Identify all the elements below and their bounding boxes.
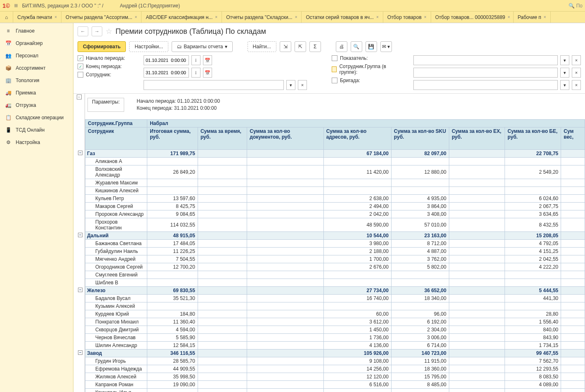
expand-icon-button[interactable]: ⇲ bbox=[280, 41, 291, 52]
table-row[interactable]: Пророков Александр9 084,652 042,003 408,… bbox=[85, 210, 585, 218]
group-row[interactable]: −Железо69 830,5527 734,0036 652,005 444,… bbox=[85, 286, 585, 294]
tab[interactable]: Отчеты раздела "Ассортим...× bbox=[61, 12, 142, 23]
group-row[interactable]: −Дальний48 915,0510 544,0023 163,0015 20… bbox=[85, 231, 585, 239]
table-row[interactable]: Кишкинов Алексей bbox=[85, 187, 585, 194]
end-period-checkbox[interactable] bbox=[78, 64, 83, 69]
close-icon[interactable]: × bbox=[376, 15, 379, 19]
table-row[interactable]: Бадалов Вусал35 521,3016 740,0018 340,00… bbox=[85, 294, 585, 302]
collapse-icon-button[interactable]: ⇱ bbox=[295, 41, 306, 52]
save-button[interactable]: 💾 bbox=[366, 41, 377, 52]
end-date-input[interactable] bbox=[144, 68, 189, 78]
table-row[interactable]: Волховский Александр26 849,2011 420,0012… bbox=[85, 165, 585, 179]
indicator-clear[interactable]: × bbox=[572, 55, 581, 65]
mail-button[interactable]: ✉ ▾ bbox=[380, 41, 392, 52]
table-row[interactable]: Капранов Роман19 090,006 516,008 485,004… bbox=[85, 380, 585, 388]
sidebar-item[interactable]: 📅Органайзер bbox=[0, 37, 73, 50]
outline-collapse-all[interactable]: − bbox=[77, 94, 82, 99]
end-date-calendar[interactable]: 📅 bbox=[203, 68, 212, 78]
variants-button[interactable]: 🗂 Варианты отчета ▾ bbox=[172, 41, 232, 52]
tab[interactable]: Отбор товаров... 00000325889× bbox=[431, 12, 514, 23]
settings-button[interactable]: Настройки... bbox=[129, 41, 168, 52]
table-row[interactable]: Ефремова Надежда44 909,5514 256,0018 360… bbox=[85, 365, 585, 373]
indicator-dropdown[interactable]: ▾ bbox=[560, 55, 569, 65]
form-button[interactable]: Сформировать bbox=[78, 41, 126, 52]
close-icon[interactable]: × bbox=[544, 15, 546, 19]
close-icon[interactable]: × bbox=[215, 15, 217, 19]
collapse-icon[interactable]: − bbox=[78, 288, 83, 292]
brigade-input[interactable] bbox=[413, 80, 558, 90]
table-row[interactable]: Огородников Сергей12 700,202 676,005 802… bbox=[85, 263, 585, 271]
tab[interactable]: ABC/DEF классификация н...× bbox=[142, 12, 222, 23]
close-icon[interactable]: × bbox=[295, 15, 297, 19]
start-date-spin[interactable]: ⁞ bbox=[191, 55, 201, 65]
start-period-checkbox[interactable] bbox=[78, 55, 83, 61]
collapse-icon[interactable]: − bbox=[78, 350, 83, 355]
table-row[interactable]: Кульев Петр13 597,602 638,004 935,006 02… bbox=[85, 194, 585, 202]
table-row[interactable]: Смуглеев Евгений bbox=[85, 271, 585, 279]
sidebar-item[interactable]: 🏢Топология bbox=[0, 74, 73, 87]
table-row[interactable]: Аликанов А bbox=[85, 157, 585, 165]
group-checkbox[interactable] bbox=[332, 66, 337, 72]
tab[interactable]: Отбор товаров× bbox=[383, 12, 431, 23]
group-row[interactable]: −Завод346 116,55105 926,00140 723,0099 4… bbox=[85, 349, 585, 357]
indicator-checkbox[interactable] bbox=[332, 55, 337, 61]
sidebar-item[interactable]: ⚙Настройка bbox=[0, 136, 73, 149]
close-icon[interactable]: × bbox=[508, 15, 510, 19]
brigade-checkbox[interactable] bbox=[332, 78, 337, 83]
table-row[interactable]: Скворцов Дмитрий4 594,001 450,002 304,00… bbox=[85, 326, 585, 333]
table-row[interactable]: Жиляков Алексей35 998,5012 120,0015 795,… bbox=[85, 373, 585, 380]
table-row[interactable]: Прохоров Константин114 032,5548 590,0057… bbox=[85, 218, 585, 231]
table-row[interactable]: Бажанова Светлана17 484,053 980,008 712,… bbox=[85, 239, 585, 247]
table-row[interactable]: Курдяев Юрий184,8060,0096,0028,80 bbox=[85, 310, 585, 318]
close-icon[interactable]: × bbox=[54, 15, 57, 19]
sum-button[interactable]: Σ bbox=[309, 41, 321, 52]
sidebar-item[interactable]: 📋Складские операции bbox=[0, 111, 73, 124]
close-icon[interactable]: × bbox=[135, 15, 137, 19]
table-row[interactable]: Понкратов Михаил11 360,403 612,006 192,0… bbox=[85, 318, 585, 326]
close-icon[interactable]: × bbox=[424, 15, 427, 19]
tab[interactable]: Рабочие п× bbox=[514, 12, 551, 23]
group-row[interactable]: −Газ171 989,7567 184,0082 097,0022 708,7… bbox=[85, 149, 585, 157]
start-date-input[interactable] bbox=[144, 55, 189, 65]
table-row[interactable]: Кришталь Илья bbox=[85, 388, 585, 392]
brigade-dropdown[interactable]: ▾ bbox=[560, 80, 569, 90]
indicator-input[interactable] bbox=[413, 55, 558, 65]
group-clear[interactable]: × bbox=[572, 68, 581, 78]
table-row[interactable]: Кузьмин Алексей bbox=[85, 302, 585, 310]
employee-input[interactable] bbox=[144, 80, 284, 90]
sidebar-item[interactable]: 🚚Приемка bbox=[0, 87, 73, 99]
tab-home[interactable]: ⌂ bbox=[0, 12, 13, 23]
group-input[interactable] bbox=[413, 68, 558, 78]
nav-back-button[interactable]: ← bbox=[78, 26, 88, 36]
employee-clear[interactable]: × bbox=[298, 80, 307, 90]
sidebar-item[interactable]: 👥Персонал bbox=[0, 50, 73, 62]
brigade-clear[interactable]: × bbox=[572, 80, 581, 90]
table-row[interactable]: Губайдулин Наиль11 226,252 188,004 887,0… bbox=[85, 247, 585, 255]
collapse-icon[interactable]: − bbox=[78, 151, 83, 155]
table-row[interactable]: Мягченко Андрей7 504,551 700,003 762,002… bbox=[85, 255, 585, 263]
tab[interactable]: Служба печати× bbox=[13, 12, 61, 23]
table-row[interactable]: Шилин Александр12 584,154 136,006 714,00… bbox=[85, 341, 585, 349]
table-row[interactable]: Журавлев Максим bbox=[85, 179, 585, 187]
nav-forward-button[interactable]: → bbox=[92, 26, 102, 36]
collapse-icon[interactable]: − bbox=[78, 233, 83, 237]
sidebar-item[interactable]: 🚛Отгрузка bbox=[0, 99, 73, 111]
end-date-spin[interactable]: ⁞ bbox=[191, 68, 201, 78]
preview-button[interactable]: 🔍 bbox=[351, 41, 362, 52]
tab[interactable]: Остатки серий товаров в яч...× bbox=[302, 12, 383, 23]
employee-dropdown[interactable]: ▾ bbox=[286, 80, 295, 90]
star-icon[interactable]: ☆ bbox=[106, 27, 112, 36]
menu-icon[interactable]: ≡ bbox=[14, 2, 18, 9]
table-row[interactable]: Грудин Игорь28 585,709 108,0011 915,007 … bbox=[85, 357, 585, 365]
table-row[interactable]: Чернов Вячеслав5 585,901 736,003 006,008… bbox=[85, 333, 585, 341]
sidebar-item[interactable]: ≡Главное bbox=[0, 25, 73, 37]
find-button[interactable]: Найти... bbox=[248, 41, 276, 52]
tab[interactable]: Отчеты раздела "Складски...× bbox=[222, 12, 302, 23]
start-date-calendar[interactable]: 📅 bbox=[203, 55, 212, 65]
employee-checkbox[interactable] bbox=[78, 72, 83, 78]
print-button[interactable]: 🖨 bbox=[336, 41, 347, 52]
global-search[interactable]: 🔍 По bbox=[568, 3, 583, 9]
sidebar-item[interactable]: 📱ТСД Онлайн bbox=[0, 124, 73, 136]
group-dropdown[interactable]: ▾ bbox=[560, 68, 569, 78]
table-row[interactable]: Шиблев В bbox=[85, 279, 585, 286]
